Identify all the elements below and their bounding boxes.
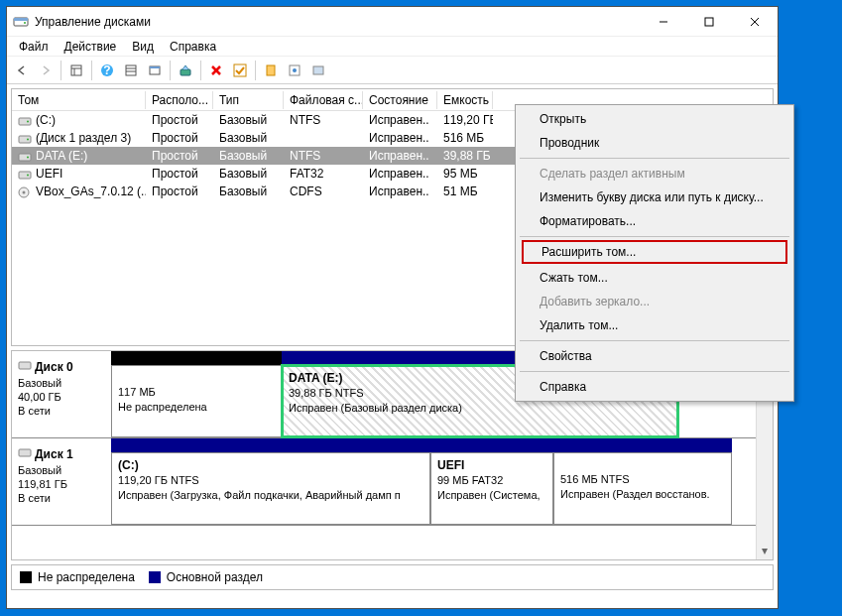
context-menu-item[interactable]: Расширить том...	[522, 240, 787, 264]
legend: Не распределена Основной раздел	[11, 564, 774, 590]
context-menu-item[interactable]: Справка	[518, 375, 791, 399]
forward-button[interactable]	[35, 60, 57, 81]
close-button[interactable]	[732, 7, 778, 37]
app-icon	[13, 14, 29, 30]
volume-info: (C:)119,20 ГБ NTFSИсправен (Загрузка, Фа…	[111, 452, 430, 525]
disk-row: Диск 1Базовый119,81 ГБВ сети(C:)119,20 Г…	[12, 438, 773, 526]
misc3-button[interactable]	[307, 60, 329, 81]
col-layout[interactable]: Располо...	[146, 91, 213, 109]
toolbar: ?	[7, 57, 778, 84]
legend-swatch-unallocated	[20, 571, 32, 583]
show-hide-button[interactable]	[65, 60, 87, 81]
drive-icon	[18, 186, 34, 198]
svg-rect-12	[126, 65, 136, 75]
svg-rect-1	[14, 18, 28, 21]
context-menu-item[interactable]: Удалить том...	[518, 313, 791, 337]
svg-point-32	[27, 174, 29, 176]
svg-point-26	[27, 120, 29, 122]
disk-header[interactable]: Диск 0Базовый40,00 ГБВ сети	[12, 351, 111, 437]
legend-unallocated: Не распределена	[38, 570, 135, 584]
disk-icon	[18, 360, 32, 374]
menu-file[interactable]: Файл	[11, 38, 57, 56]
disk-header[interactable]: Диск 1Базовый119,81 ГБВ сети	[12, 438, 111, 525]
svg-point-23	[293, 68, 297, 72]
context-menu-item: Добавить зеркало...	[518, 290, 791, 313]
context-menu-item[interactable]: Изменить букву диска или путь к диску...	[518, 185, 791, 209]
svg-rect-16	[150, 66, 160, 68]
scroll-down-icon[interactable]: ▾	[762, 544, 768, 557]
context-menu-item[interactable]: Открыть	[518, 107, 791, 131]
maximize-button[interactable]	[686, 7, 732, 37]
volume-info: 117 МБНе распределена	[111, 365, 282, 437]
volume-color-bar	[430, 438, 553, 452]
context-menu-item[interactable]: Свойства	[518, 344, 791, 368]
drive-icon	[18, 133, 34, 145]
window-title: Управление дисками	[35, 15, 641, 29]
svg-rect-17	[180, 69, 190, 75]
misc1-button[interactable]	[260, 60, 282, 81]
help-button[interactable]: ?	[96, 60, 118, 81]
col-filesystem[interactable]: Файловая с...	[284, 91, 363, 109]
check-button[interactable]	[229, 60, 251, 81]
volume-color-bar	[111, 438, 430, 452]
svg-rect-7	[71, 65, 81, 75]
legend-swatch-primary	[149, 571, 161, 583]
svg-rect-31	[19, 172, 31, 179]
svg-rect-25	[19, 118, 31, 125]
col-volume[interactable]: Том	[12, 91, 146, 109]
menu-help[interactable]: Справка	[162, 38, 224, 56]
svg-rect-27	[19, 136, 31, 143]
drive-icon	[18, 115, 34, 127]
delete-button[interactable]	[205, 60, 227, 81]
volume-block[interactable]: UEFI99 МБ FAT32Исправен (Система,	[430, 438, 553, 525]
svg-point-34	[23, 190, 26, 193]
col-type[interactable]: Тип	[213, 91, 284, 109]
volume-info: 516 МБ NTFSИсправен (Раздел восстанов.	[553, 452, 732, 525]
context-menu-item[interactable]: Сжать том...	[518, 266, 791, 290]
volume-block[interactable]: (C:)119,20 ГБ NTFSИсправен (Загрузка, Фа…	[111, 438, 430, 525]
misc2-button[interactable]	[284, 60, 305, 81]
col-status[interactable]: Состояние	[363, 91, 437, 109]
svg-rect-20	[234, 64, 246, 76]
svg-rect-36	[19, 449, 31, 456]
svg-rect-24	[313, 66, 323, 74]
legend-primary: Основной раздел	[167, 570, 263, 584]
wizard-button[interactable]	[175, 60, 196, 81]
menu-view[interactable]: Вид	[124, 38, 162, 56]
context-menu-item[interactable]: Проводник	[518, 131, 791, 155]
context-menu-item: Сделать раздел активным	[518, 162, 791, 185]
volume-color-bar	[553, 438, 732, 452]
menubar: Файл Действие Вид Справка	[7, 37, 778, 57]
svg-point-2	[24, 22, 26, 24]
svg-rect-21	[267, 65, 275, 75]
volume-info: UEFI99 МБ FAT32Исправен (Система,	[430, 452, 553, 525]
minimize-button[interactable]	[641, 7, 686, 37]
volume-block[interactable]: 117 МБНе распределена	[111, 351, 282, 437]
svg-point-30	[27, 156, 29, 158]
back-button[interactable]	[11, 60, 33, 81]
titlebar[interactable]: Управление дисками	[7, 7, 778, 37]
col-capacity[interactable]: Емкость	[437, 91, 493, 109]
svg-rect-4	[705, 18, 713, 26]
svg-point-28	[27, 138, 29, 140]
svg-rect-29	[19, 154, 31, 161]
svg-rect-35	[19, 362, 31, 369]
menu-action[interactable]: Действие	[57, 38, 125, 56]
list-button[interactable]	[120, 60, 142, 81]
disks-button[interactable]	[144, 60, 166, 81]
svg-text:?: ?	[103, 63, 110, 77]
drive-icon	[18, 151, 34, 163]
disk-icon	[18, 447, 32, 461]
drive-icon	[18, 169, 34, 181]
volume-block[interactable]: 516 МБ NTFSИсправен (Раздел восстанов.	[553, 438, 732, 525]
context-menu-item[interactable]: Форматировать...	[518, 209, 791, 233]
volume-color-bar	[111, 351, 282, 365]
context-menu: ОткрытьПроводникСделать раздел активнымИ…	[515, 104, 794, 402]
